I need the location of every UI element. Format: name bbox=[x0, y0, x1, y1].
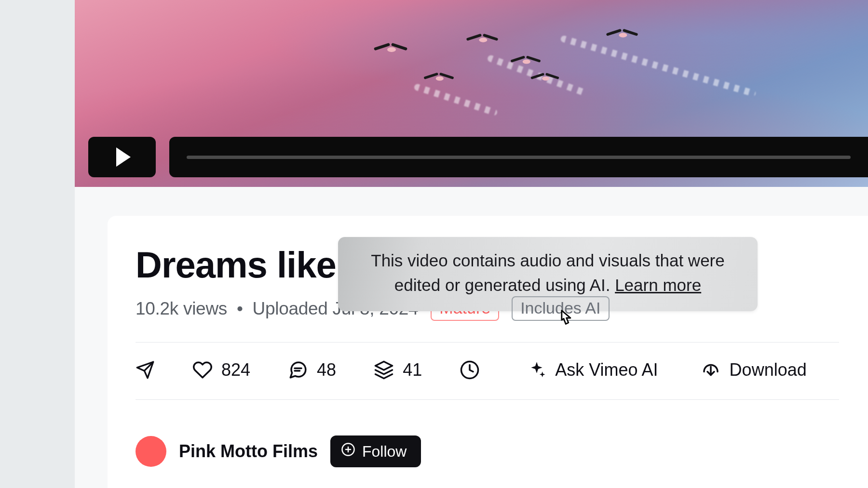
divider bbox=[136, 399, 839, 400]
video-info-card: Dreams like This video contains audio an… bbox=[108, 216, 868, 488]
download-icon bbox=[701, 360, 721, 380]
follow-label: Follow bbox=[362, 443, 407, 461]
flamingo bbox=[606, 29, 638, 41]
play-icon bbox=[116, 147, 131, 167]
video-page: Dreams like This video contains audio an… bbox=[75, 0, 868, 488]
play-button[interactable] bbox=[88, 137, 156, 177]
video-player[interactable] bbox=[75, 0, 868, 187]
includes-ai-badge[interactable]: Includes AI bbox=[512, 296, 609, 321]
channel-name[interactable]: Pink Motto Films bbox=[179, 441, 318, 462]
channel-avatar[interactable] bbox=[136, 436, 166, 467]
views-count: 10.2k views bbox=[136, 299, 227, 318]
player-controls bbox=[88, 137, 868, 177]
heart-icon bbox=[192, 360, 213, 380]
clock-icon bbox=[460, 360, 480, 380]
download-button[interactable]: Download bbox=[701, 360, 807, 380]
title-row: Dreams like This video contains audio an… bbox=[136, 244, 868, 286]
sparkle-icon bbox=[527, 360, 546, 380]
ai-badge-label: Includes AI bbox=[520, 299, 600, 317]
watch-later-button[interactable] bbox=[460, 360, 480, 380]
flamingo bbox=[511, 56, 541, 67]
send-icon bbox=[136, 360, 155, 380]
comment-count: 48 bbox=[317, 360, 336, 380]
ask-ai-button[interactable]: Ask Vimeo AI bbox=[527, 360, 658, 380]
comment-icon bbox=[288, 360, 308, 380]
flamingo bbox=[374, 43, 407, 56]
ask-ai-label: Ask Vimeo AI bbox=[555, 360, 658, 380]
actions-row: 824 48 41 bbox=[136, 360, 868, 380]
download-label: Download bbox=[730, 360, 807, 380]
flamingo bbox=[530, 73, 559, 84]
flamingo bbox=[466, 34, 499, 46]
svg-marker-2 bbox=[376, 362, 393, 370]
progress-track bbox=[187, 156, 851, 159]
comments-button[interactable]: 48 bbox=[288, 360, 336, 380]
plus-circle-icon bbox=[341, 442, 355, 461]
follow-button[interactable]: Follow bbox=[330, 435, 421, 467]
meta-separator: • bbox=[237, 299, 243, 318]
channel-row: Pink Motto Films Follow bbox=[136, 435, 868, 467]
like-button[interactable]: 824 bbox=[192, 360, 250, 380]
divider bbox=[136, 342, 839, 343]
share-button[interactable] bbox=[136, 360, 155, 380]
flamingo bbox=[424, 73, 454, 84]
tooltip-learn-more-link[interactable]: Learn more bbox=[615, 276, 701, 294]
like-count: 824 bbox=[221, 360, 250, 380]
collection-count: 41 bbox=[403, 360, 422, 380]
progress-bar[interactable] bbox=[169, 137, 868, 177]
layers-icon bbox=[374, 360, 394, 380]
collections-button[interactable]: 41 bbox=[374, 360, 422, 380]
